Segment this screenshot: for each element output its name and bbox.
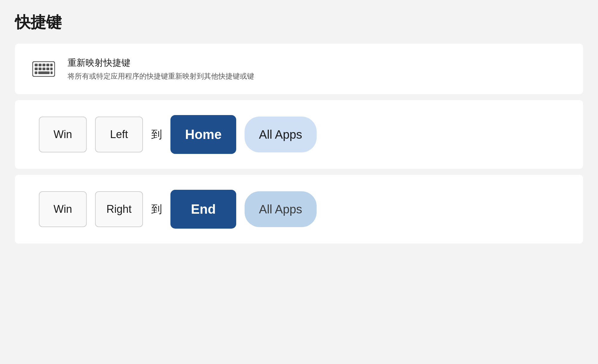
keyboard-icon: [32, 61, 56, 77]
svg-rect-3: [42, 64, 45, 66]
remap-shortcuts-card: 重新映射快捷键 将所有或特定应用程序的快捷键重新映射到其他快捷键或键: [15, 44, 583, 94]
end-key[interactable]: End: [170, 190, 236, 229]
svg-rect-10: [50, 68, 53, 70]
svg-rect-1: [35, 64, 38, 66]
right-key[interactable]: Right: [95, 191, 143, 227]
remap-shortcuts-title: 重新映射快捷键: [68, 57, 254, 69]
all-apps-button-1[interactable]: All Apps: [245, 117, 317, 152]
arrow-label-1: 到: [151, 127, 162, 142]
arrow-label-2: 到: [151, 202, 162, 217]
left-key[interactable]: Left: [95, 117, 143, 152]
shortcut-row-2-card: Win Right 到 End All Apps: [15, 175, 583, 244]
svg-rect-4: [46, 64, 49, 66]
svg-rect-11: [38, 71, 50, 74]
page-title: 快捷键: [15, 12, 583, 33]
win-key-2[interactable]: Win: [39, 191, 87, 227]
svg-rect-9: [46, 68, 49, 70]
svg-rect-2: [39, 64, 42, 66]
home-key[interactable]: Home: [170, 115, 236, 154]
remap-shortcuts-description: 将所有或特定应用程序的快捷键重新映射到其他快捷键或键: [68, 71, 254, 81]
shortcut-row-1-card: Win Left 到 Home All Apps: [15, 100, 583, 169]
win-key-1[interactable]: Win: [39, 117, 87, 152]
svg-rect-5: [50, 64, 53, 66]
svg-rect-13: [51, 71, 53, 74]
svg-rect-7: [39, 68, 42, 70]
card-info-text: 重新映射快捷键 将所有或特定应用程序的快捷键重新映射到其他快捷键或键: [68, 57, 254, 81]
all-apps-button-2[interactable]: All Apps: [245, 191, 317, 227]
svg-rect-6: [35, 68, 38, 70]
svg-rect-12: [35, 71, 37, 74]
svg-rect-8: [42, 68, 45, 70]
